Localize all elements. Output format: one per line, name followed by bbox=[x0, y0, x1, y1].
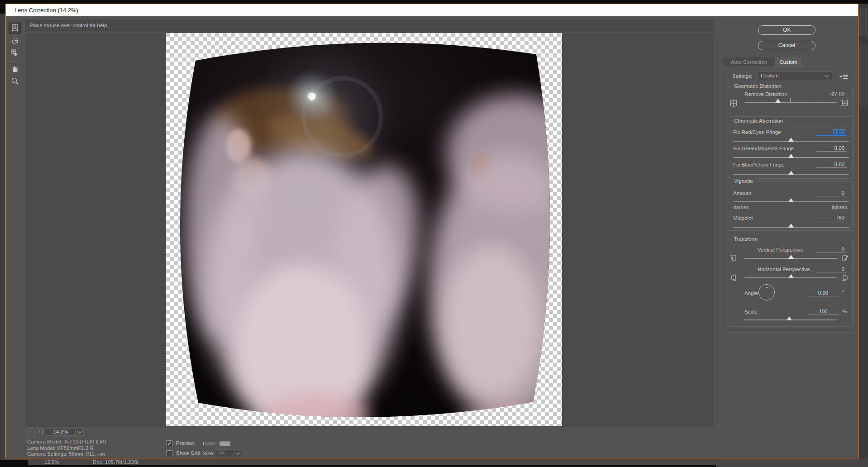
fix-red-cyan-value[interactable]: 0.00 bbox=[816, 129, 847, 136]
help-bar: Place mouse over control for help bbox=[25, 20, 714, 31]
camera-info: Camera Model: X-T10 (FUJIFILM) Lens Mode… bbox=[27, 439, 106, 457]
vertical-perspective-right-icon bbox=[840, 254, 849, 262]
hand-tool[interactable] bbox=[9, 63, 21, 75]
ok-button-label: OK bbox=[783, 27, 791, 33]
photoshop-app-background: 12.5% Doc: 105.7M/1.23G > Lens Correctio… bbox=[0, 0, 868, 467]
settings-label: Settings: bbox=[732, 73, 753, 79]
straighten-tool[interactable] bbox=[9, 35, 21, 47]
vignette-midpoint-slider[interactable] bbox=[733, 224, 849, 229]
vertical-perspective-slider-thumb[interactable] bbox=[788, 255, 794, 259]
grid-size-dropdown-button[interactable] bbox=[234, 449, 242, 457]
horizontal-perspective-value[interactable]: 0 bbox=[816, 266, 847, 272]
angle-value[interactable]: 0.00 bbox=[807, 290, 839, 296]
fix-green-magenta-slider-thumb[interactable] bbox=[788, 154, 794, 158]
settings-menu-button[interactable] bbox=[839, 74, 848, 80]
chromatic-aberration-title: Chromatic Aberration bbox=[732, 118, 785, 124]
zoom-level-dropdown[interactable]: 14.2% bbox=[46, 428, 76, 436]
settings-value: Custom bbox=[761, 73, 779, 78]
horizontal-perspective-label: Horizontal Perspective bbox=[758, 267, 810, 272]
vignette-amount-value[interactable]: 0 bbox=[816, 190, 847, 196]
check-icon: ✓ bbox=[167, 441, 172, 446]
fix-red-cyan-slider[interactable] bbox=[733, 138, 849, 143]
remove-distortion-tool[interactable] bbox=[9, 22, 21, 33]
barrel-distortion-icon bbox=[729, 100, 738, 108]
ok-button[interactable]: OK bbox=[758, 25, 816, 35]
app-status-bar: 12.5% Doc: 105.7M/1.23G > bbox=[0, 458, 868, 467]
angle-dial[interactable] bbox=[758, 284, 775, 300]
grid-size-dropdown[interactable]: 64 bbox=[216, 449, 234, 457]
chevron-down-icon bbox=[825, 73, 830, 78]
minus-icon: − bbox=[29, 429, 32, 434]
app-right-panel-fragment bbox=[860, 9, 867, 36]
grid-color-swatch[interactable] bbox=[219, 441, 230, 446]
zoom-out-button[interactable]: − bbox=[28, 429, 34, 435]
plus-icon: + bbox=[38, 429, 40, 434]
remove-distortion-value[interactable]: -27.00 bbox=[816, 91, 847, 97]
vignette-midpoint-value[interactable]: +50 bbox=[816, 215, 847, 221]
fix-green-magenta-value[interactable]: 0.00 bbox=[816, 145, 847, 152]
horizontal-perspective-slider[interactable] bbox=[744, 274, 837, 280]
zoom-in-button[interactable]: + bbox=[36, 429, 43, 435]
fix-red-cyan-slider-thumb[interactable] bbox=[788, 138, 794, 142]
tab-auto-correction[interactable]: Auto Correction bbox=[723, 57, 775, 67]
cancel-button[interactable]: Cancel bbox=[758, 41, 816, 50]
app-top-strip bbox=[0, 0, 868, 4]
slider-track bbox=[744, 102, 837, 103]
help-text: Place mouse over control for help bbox=[29, 23, 107, 28]
fix-blue-yellow-slider[interactable] bbox=[733, 171, 849, 176]
fix-blue-yellow-value[interactable]: 0.00 bbox=[816, 162, 847, 168]
scale-slider-thumb[interactable] bbox=[787, 316, 792, 320]
vertical-perspective-slider[interactable] bbox=[744, 255, 837, 260]
tab-custom[interactable]: Custom bbox=[775, 57, 801, 67]
zoom-level-dropdown-button[interactable] bbox=[76, 428, 84, 436]
zoom-tool[interactable] bbox=[9, 75, 21, 87]
dialog-title: Lens Correction (14.2%) bbox=[14, 7, 78, 14]
move-grid-tool[interactable] bbox=[9, 47, 21, 59]
show-grid-checkbox[interactable] bbox=[167, 450, 172, 456]
vertical-perspective-left-icon bbox=[729, 254, 738, 262]
settings-dropdown[interactable]: Custom bbox=[757, 71, 832, 80]
vignette-midpoint-label: Midpoint bbox=[733, 215, 753, 221]
fix-blue-yellow-label: Fix Blue/Yellow Fringe bbox=[733, 162, 784, 167]
distorted-image bbox=[166, 33, 562, 426]
status-black-block bbox=[0, 460, 28, 467]
preview-checkbox[interactable]: ✓ bbox=[167, 440, 172, 446]
app-right-panel-fragment-2 bbox=[860, 43, 867, 106]
vignette-amount-slider-thumb[interactable] bbox=[788, 198, 794, 202]
vignette-midpoint-slider-thumb[interactable] bbox=[788, 224, 794, 228]
preview-canvas[interactable] bbox=[166, 33, 562, 426]
slider-center-tick bbox=[790, 98, 791, 102]
dialog-body: Place mouse over control for help bbox=[6, 16, 858, 458]
cancel-button-label: Cancel bbox=[778, 42, 795, 48]
app-left-dark-block bbox=[0, 4, 5, 14]
status-doc-size: Doc: 105.7M/1.23G bbox=[93, 459, 138, 465]
tab-custom-label: Custom bbox=[779, 59, 797, 65]
preview-checkbox-label: Preview bbox=[176, 440, 195, 446]
dialog-titlebar[interactable]: Lens Correction (14.2%) bbox=[6, 4, 858, 16]
grid-size-value: 64 bbox=[219, 450, 225, 456]
status-chevron: > bbox=[136, 459, 139, 465]
lens-correction-dialog: Lens Correction (14.2%) bbox=[5, 4, 858, 458]
fix-blue-yellow-slider-thumb[interactable] bbox=[788, 171, 794, 175]
horizontal-perspective-slider-thumb[interactable] bbox=[788, 274, 794, 278]
show-grid-label: Show Grid bbox=[176, 450, 200, 456]
transform-title: Transform bbox=[732, 236, 760, 242]
remove-distortion-slider[interactable] bbox=[744, 99, 837, 104]
hand-icon bbox=[11, 65, 19, 73]
zoom-icon bbox=[11, 77, 19, 85]
toolbar-separator bbox=[10, 62, 19, 62]
remove-distortion-slider-thumb[interactable] bbox=[775, 99, 781, 103]
vignette-amount-slider[interactable] bbox=[733, 198, 849, 204]
size-label: Size: bbox=[203, 451, 215, 456]
remove-distortion-label: Remove Distortion bbox=[744, 91, 787, 97]
scale-value[interactable]: 100 bbox=[807, 309, 839, 315]
remove-distortion-icon bbox=[11, 24, 19, 32]
fix-green-magenta-slider[interactable] bbox=[733, 154, 849, 159]
move-grid-icon bbox=[11, 49, 19, 57]
scale-unit: % bbox=[842, 309, 847, 314]
vertical-perspective-value[interactable]: 0 bbox=[816, 247, 847, 253]
geometric-distortion-title: Geometric Distortion bbox=[732, 83, 784, 89]
camera-settings: Camera Settings: 56mm, f/11, --m bbox=[27, 451, 106, 457]
chevron-down-icon bbox=[77, 429, 82, 434]
scale-slider[interactable] bbox=[744, 316, 837, 322]
